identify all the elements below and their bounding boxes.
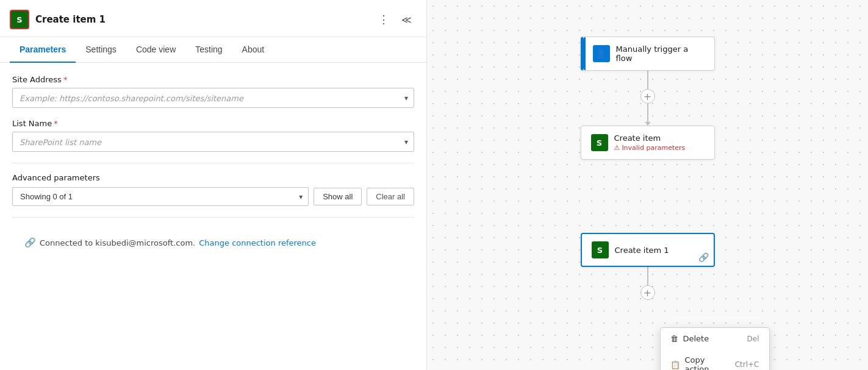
panel-content: Site Address * ▾ Example: https://contos… <box>0 63 426 370</box>
create-item-error: ⚠ Invalid parameters <box>614 144 705 152</box>
connection-footer: 🔗 Connected to kisubedi@microsoft.com. C… <box>12 227 414 248</box>
site-address-group: Site Address * ▾ Example: https://contos… <box>12 75 414 108</box>
connector-line-3 <box>647 267 648 285</box>
trigger-node-left-bar <box>583 37 586 70</box>
node-create-item-1[interactable]: S Create item 1 🔗 <box>581 233 715 267</box>
advanced-params-row: Showing 0 of 1 ▾ Show all Clear all <box>12 187 414 206</box>
delete-shortcut: Del <box>747 335 759 343</box>
site-address-select-wrapper: ▾ Example: https://contoso.sharepoint.co… <box>12 88 414 108</box>
copy-action-item-left: 📋 Copy action <box>670 355 729 370</box>
sp-icon-text: S <box>16 15 22 24</box>
context-menu: 🗑 Delete Del 📋 Copy action Ctrl+C 📌 P <box>660 327 770 370</box>
context-menu-delete[interactable]: 🗑 Delete Del <box>661 328 769 349</box>
more-options-button[interactable]: ⋮ <box>376 10 392 29</box>
connection-link-icon: 🔗 <box>24 237 36 248</box>
add-step-button-2[interactable]: + <box>640 285 655 300</box>
panel-title-area: S Create item 1 <box>10 10 106 29</box>
add-step-button-1[interactable]: + <box>640 89 655 104</box>
trigger-node-icon: 👤 <box>593 45 610 62</box>
panel-header-actions: ⋮ ≪ <box>376 10 414 29</box>
trigger-node-content: Manually trigger a flow <box>616 44 705 63</box>
error-icon: ⚠ <box>614 144 620 152</box>
copy-action-shortcut: Ctrl+C <box>735 360 759 369</box>
divider-1 <box>12 163 414 163</box>
panel-header: S Create item 1 ⋮ ≪ <box>0 0 426 37</box>
tab-about[interactable]: About <box>232 37 274 63</box>
connector-line-2 <box>647 104 648 122</box>
trigger-icon-symbol: 👤 <box>595 48 607 59</box>
tab-settings[interactable]: Settings <box>76 37 126 63</box>
left-panel: S Create item 1 ⋮ ≪ Parameters Settings … <box>0 0 427 370</box>
advanced-select-wrapper: Showing 0 of 1 ▾ <box>12 187 309 206</box>
create-item-node-title: Create item <box>614 133 705 143</box>
clear-all-button[interactable]: Clear all <box>367 188 414 205</box>
node-link-icon: 🔗 <box>698 252 709 262</box>
list-name-select-wrapper: ▾ SharePoint list name <box>12 132 414 152</box>
list-name-required: * <box>54 119 58 128</box>
collapse-button[interactable]: ≪ <box>399 12 414 28</box>
tab-testing[interactable]: Testing <box>185 37 232 63</box>
create-item-icon-text: S <box>597 138 602 148</box>
delete-icon: 🗑 <box>670 334 678 343</box>
connector-line-1 <box>647 71 648 89</box>
tabs-bar: Parameters Settings Code view Testing Ab… <box>0 37 426 63</box>
create-item-1-node-icon: S <box>592 241 609 258</box>
create-item-1-node-title: Create item 1 <box>615 246 704 255</box>
connected-text: Connected to kisubedi@microsoft.com. <box>40 238 195 247</box>
context-menu-copy-action[interactable]: 📋 Copy action Ctrl+C <box>661 349 769 370</box>
delete-item-left: 🗑 Delete <box>670 334 709 343</box>
list-name-select[interactable] <box>12 132 414 152</box>
advanced-params-label: Advanced parameters <box>12 173 414 182</box>
copy-action-icon: 📋 <box>670 360 680 369</box>
tab-code-view[interactable]: Code view <box>126 37 185 63</box>
create-item-1-node-content: Create item 1 <box>615 246 704 255</box>
site-address-required: * <box>63 75 68 84</box>
panel-title: Create item 1 <box>35 14 106 25</box>
list-name-label: List Name * <box>12 119 414 128</box>
trigger-node-title: Manually trigger a flow <box>616 44 705 63</box>
node-create-item[interactable]: S Create item ⚠ Invalid parameters 🗑 Del… <box>581 126 715 160</box>
node-manually-trigger[interactable]: 👤 Manually trigger a flow <box>581 37 715 71</box>
flow-canvas: 👤 Manually trigger a flow + S Create ite… <box>581 37 715 300</box>
list-name-group: List Name * ▾ SharePoint list name <box>12 119 414 152</box>
create-item-node-icon: S <box>591 134 608 151</box>
show-all-button[interactable]: Show all <box>314 188 362 205</box>
change-connection-link[interactable]: Change connection reference <box>199 238 316 247</box>
create-item-1-icon-text: S <box>597 246 603 255</box>
advanced-params-group: Advanced parameters Showing 0 of 1 ▾ Sho… <box>12 173 414 206</box>
tab-parameters[interactable]: Parameters <box>10 37 76 63</box>
site-address-label: Site Address * <box>12 75 414 84</box>
error-text: Invalid parameters <box>622 144 685 152</box>
sp-icon: S <box>10 10 29 29</box>
copy-action-label: Copy action <box>685 355 729 370</box>
delete-label: Delete <box>683 334 709 343</box>
divider-2 <box>12 217 414 218</box>
create-item-node-content: Create item ⚠ Invalid parameters <box>614 133 705 152</box>
site-address-select[interactable] <box>12 88 414 108</box>
advanced-params-select[interactable]: Showing 0 of 1 <box>12 187 309 206</box>
flow-canvas-panel: 👤 Manually trigger a flow + S Create ite… <box>427 0 868 370</box>
